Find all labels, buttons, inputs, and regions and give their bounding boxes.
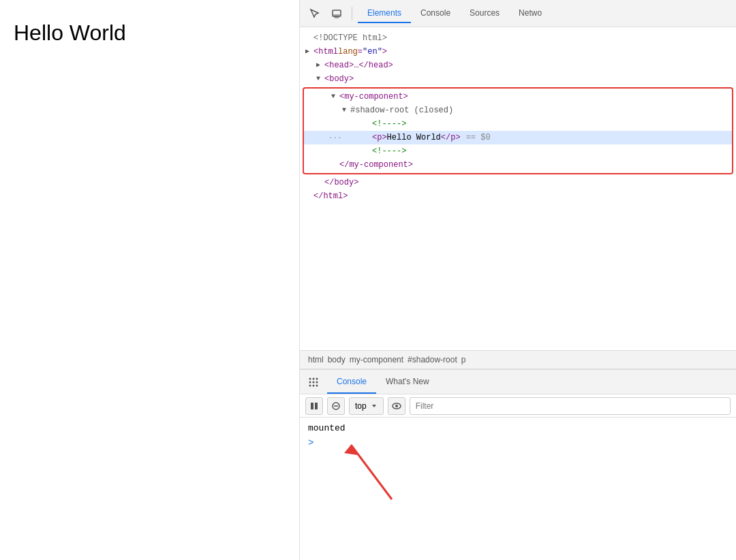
triangle-head[interactable]: ▶ — [316, 59, 324, 72]
svg-rect-13 — [315, 403, 318, 409]
html-line-html-close[interactable]: </html> — [300, 189, 736, 203]
html-line-p-hello[interactable]: ··· <p>Hello World</p> == $0 — [304, 131, 732, 144]
html-line-body[interactable]: ▼ <body> — [300, 72, 736, 86]
console-tabs-bar: Console What's New — [300, 370, 736, 394]
tab-elements[interactable]: Elements — [358, 4, 411, 23]
html-line-comment-1[interactable]: <!----> — [304, 117, 732, 131]
triangle-placeholder-2 — [364, 118, 372, 130]
triangle-placeholder-3 — [364, 131, 372, 144]
tab-console-lower[interactable]: Console — [327, 370, 376, 394]
devtools-toolbar: Elements Console Sources Netwo — [300, 0, 736, 27]
svg-point-8 — [316, 381, 318, 383]
console-panel: Console What's New — [300, 369, 736, 560]
tab-network[interactable]: Netwo — [509, 4, 551, 23]
context-selector[interactable]: top — [349, 397, 384, 415]
svg-point-3 — [309, 377, 311, 379]
svg-point-5 — [316, 377, 318, 379]
triangle-placeholder — [305, 32, 313, 44]
html-line-html[interactable]: ▶ <html lang="en"> — [300, 45, 736, 59]
console-menu-icon[interactable] — [305, 374, 322, 390]
svg-point-17 — [395, 405, 398, 407]
html-line-comment-2[interactable]: <!----> — [304, 144, 732, 158]
chevron-down-icon — [371, 403, 378, 409]
elements-panel: <!DOCTYPE html> ▶ <html lang="en"> ▶ <he… — [300, 27, 736, 350]
annotation-arrow — [337, 424, 419, 506]
triangle-shadow-root[interactable]: ▼ — [342, 104, 350, 116]
breadcrumb-bar: html body my-component #shadow-root p — [300, 350, 736, 369]
console-log-mounted: mounted — [308, 422, 728, 435]
svg-point-6 — [309, 381, 311, 383]
devtools-panel: Elements Console Sources Netwo <!DOCTYPE… — [300, 0, 736, 560]
breadcrumb-p[interactable]: p — [461, 355, 466, 364]
triangle-html[interactable]: ▶ — [305, 46, 313, 58]
ellipsis-indicator: ··· — [328, 131, 342, 144]
svg-rect-1 — [335, 16, 339, 18]
html-line-head[interactable]: ▶ <head>…</head> — [300, 59, 736, 72]
svg-point-4 — [313, 377, 315, 379]
html-line-my-component-close[interactable]: </my-component> — [304, 158, 732, 172]
page-heading: Hello World — [14, 20, 286, 46]
console-play-button[interactable] — [305, 397, 323, 415]
svg-point-10 — [313, 384, 315, 386]
console-output: mounted > — [300, 418, 736, 560]
console-clear-button[interactable] — [327, 397, 345, 415]
tab-whats-new[interactable]: What's New — [376, 370, 439, 394]
breadcrumb-shadow-root[interactable]: #shadow-root — [408, 355, 457, 364]
dom-reference: == $0 — [466, 131, 491, 144]
tab-console[interactable]: Console — [411, 4, 460, 23]
svg-rect-12 — [311, 403, 313, 409]
svg-point-7 — [313, 381, 315, 383]
filter-input[interactable] — [410, 397, 731, 415]
triangle-my-component[interactable]: ▼ — [331, 91, 339, 103]
shadow-dom-highlight: ▼ <my-component> ▼ #shadow-root (closed)… — [303, 87, 733, 174]
breadcrumb-my-component[interactable]: my-component — [350, 355, 403, 364]
breadcrumb-html[interactable]: html — [308, 355, 324, 364]
console-toolbar: top — [300, 394, 736, 418]
console-prompt[interactable]: > — [308, 437, 728, 448]
svg-point-9 — [309, 384, 311, 386]
console-eye-icon[interactable] — [388, 397, 405, 415]
breadcrumb-body[interactable]: body — [328, 355, 346, 364]
svg-point-11 — [316, 384, 318, 386]
toolbar-divider — [352, 7, 352, 20]
html-line-shadow-root[interactable]: ▼ #shadow-root (closed) — [304, 104, 732, 117]
tab-sources[interactable]: Sources — [460, 4, 509, 23]
webpage-panel: Hello World — [0, 0, 300, 560]
devtools-tabs: Elements Console Sources Netwo — [358, 4, 731, 23]
triangle-body[interactable]: ▼ — [316, 73, 324, 85]
device-toggle-icon[interactable] — [327, 4, 346, 23]
html-line-body-close[interactable]: </body> — [300, 176, 736, 189]
svg-line-18 — [351, 445, 392, 499]
triangle-placeholder-5 — [331, 159, 339, 171]
triangle-placeholder-4 — [364, 145, 372, 157]
highlight-content: ▼ <my-component> ▼ #shadow-root (closed)… — [304, 89, 732, 173]
triangle-placeholder-7 — [305, 190, 313, 202]
svg-rect-0 — [333, 10, 341, 16]
triangle-placeholder-6 — [316, 176, 324, 189]
html-line-doctype[interactable]: <!DOCTYPE html> — [300, 31, 736, 45]
inspect-icon[interactable] — [305, 4, 324, 23]
html-line-my-component[interactable]: ▼ <my-component> — [304, 90, 732, 104]
